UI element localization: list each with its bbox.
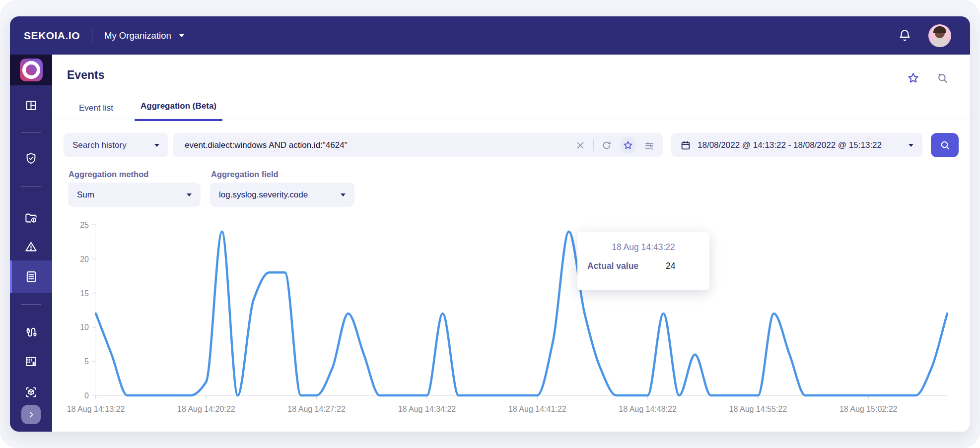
star-icon (623, 140, 633, 151)
dashboard-icon (24, 99, 38, 112)
clear-query-icon[interactable] (575, 140, 586, 151)
sidebar-item-cases[interactable] (10, 209, 52, 227)
svg-text:0: 0 (84, 391, 89, 400)
svg-text:20: 20 (80, 255, 89, 263)
svg-text:18 Aug 14:41:22: 18 Aug 14:41:22 (508, 405, 566, 413)
search-history-icon[interactable] (936, 71, 949, 85)
svg-text:18 Aug 15:02:22: 18 Aug 15:02:22 (840, 405, 898, 413)
tooltip-value: 24 (666, 261, 675, 271)
search-icon (939, 139, 951, 151)
chevron-down-icon (154, 144, 159, 147)
chart-tooltip: 18 Aug 14:43:22 Actual value 24 (577, 232, 709, 290)
sidebar-item-alerts[interactable] (10, 238, 52, 256)
tooltip-timestamp: 18 Aug 14:43:22 (577, 242, 709, 253)
sidebar-item-dashboard[interactable] (10, 96, 52, 114)
svg-text:5: 5 (84, 357, 89, 366)
svg-text:18 Aug 14:27:22: 18 Aug 14:27:22 (287, 405, 346, 413)
sidebar-divider (21, 304, 41, 305)
svg-text:18 Aug 14:13:22: 18 Aug 14:13:22 (67, 405, 125, 413)
svg-text:10: 10 (80, 323, 89, 331)
sidebar-nav (10, 55, 52, 432)
aggregation-field-label: Aggregation field (211, 170, 279, 179)
aggregation-method-label: Aggregation method (69, 170, 148, 179)
svg-text:18 Aug 14:48:22: 18 Aug 14:48:22 (619, 405, 677, 413)
svg-text:25: 25 (80, 221, 89, 229)
sidebar-item-home[interactable] (10, 55, 52, 85)
app-window: SEKOIA.IO My Organization (10, 16, 970, 432)
date-range-picker[interactable]: 18/08/2022 @ 14:13:22 - 18/08/2022 @ 15:… (671, 133, 922, 157)
tab-aggregation[interactable]: Aggregation (Beta) (135, 98, 222, 121)
sekoia-logo-icon (20, 59, 43, 81)
svg-text:18 Aug 14:55:22: 18 Aug 14:55:22 (729, 405, 787, 413)
run-search-button[interactable] (931, 133, 959, 157)
search-row: Search history (52, 133, 970, 157)
aggregation-method-value: Sum (77, 190, 94, 200)
app-background: SEKOIA.IO My Organization (0, 0, 980, 448)
svg-text:18 Aug 14:34:22: 18 Aug 14:34:22 (398, 405, 456, 413)
main-content: Events Event list Aggregation (Beta) Sea… (52, 55, 970, 432)
brand-logo-text: SEKOIA.IO (24, 30, 80, 42)
tab-event-list[interactable]: Event list (78, 100, 114, 116)
event-list-icon (24, 270, 38, 284)
aggregation-line-chart[interactable]: 051015202518 Aug 14:13:2218 Aug 14:20:22… (52, 218, 970, 429)
svg-text:18 Aug 14:20:22: 18 Aug 14:20:22 (177, 405, 235, 413)
organization-name: My Organization (104, 30, 171, 41)
notifications-bell-icon[interactable] (898, 29, 911, 42)
search-history-label: Search history (72, 140, 127, 150)
chevron-right-icon (27, 411, 35, 419)
filters-sliders-icon[interactable] (644, 140, 655, 151)
aggregation-field-dropdown[interactable]: log.syslog.severity.code (210, 183, 354, 207)
aggregation-field-value: log.syslog.severity.code (219, 190, 308, 200)
tab-bar: Event list Aggregation (Beta) (52, 97, 970, 119)
chevron-down-icon (179, 34, 184, 37)
folder-alert-icon (24, 211, 38, 225)
sidebar-divider (21, 132, 41, 133)
aggregation-method-dropdown[interactable]: Sum (68, 183, 201, 207)
chevron-down-icon (187, 193, 192, 196)
warning-triangle-icon (24, 240, 38, 254)
icon-divider (593, 139, 594, 151)
chevron-down-icon (341, 193, 346, 196)
page-title: Events (67, 68, 104, 82)
user-avatar[interactable] (928, 24, 951, 47)
search-history-dropdown[interactable]: Search history (64, 133, 168, 157)
query-field (173, 133, 663, 157)
refresh-icon[interactable] (601, 140, 612, 151)
chevron-down-icon (909, 144, 913, 147)
sidebar-expand-button[interactable] (21, 405, 41, 424)
sidebar-item-community[interactable] (10, 352, 52, 370)
sidebar-item-sandbox[interactable] (10, 383, 52, 401)
svg-text:15: 15 (80, 289, 89, 298)
search-query-input[interactable] (184, 140, 575, 151)
save-query-star-chip[interactable] (620, 137, 636, 154)
calendar-icon (680, 140, 691, 151)
box-scan-icon (24, 385, 38, 399)
sidebar-item-intakes[interactable] (10, 322, 52, 340)
top-bar: SEKOIA.IO My Organization (10, 16, 970, 55)
sidebar-item-events-active[interactable] (10, 260, 52, 293)
favorite-star-icon[interactable] (907, 71, 920, 85)
topbar-divider (92, 28, 92, 43)
tooltip-series-label: Actual value (587, 261, 638, 271)
building-icon (24, 355, 38, 368)
cable-icon (24, 325, 38, 338)
organization-selector[interactable]: My Organization (104, 30, 184, 41)
sidebar-item-protect[interactable] (10, 149, 52, 167)
sidebar-divider (21, 186, 41, 187)
shield-check-icon (24, 152, 38, 165)
date-range-value: 18/08/2022 @ 14:13:22 - 18/08/2022 @ 15:… (698, 140, 882, 150)
